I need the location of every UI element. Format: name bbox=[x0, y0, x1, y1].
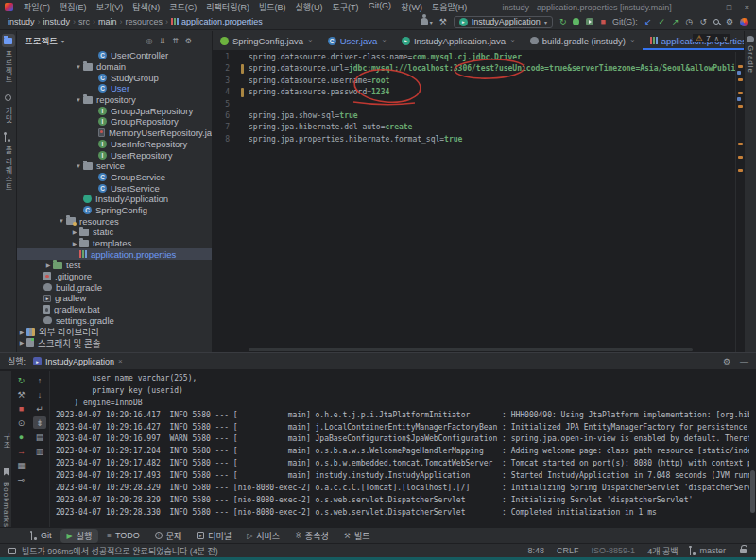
expand-all-icon[interactable]: ⇊ bbox=[159, 37, 165, 45]
tree-item-gitignore[interactable]: .gitignore bbox=[17, 271, 212, 282]
clear-console-icon[interactable]: ▥ bbox=[33, 445, 46, 457]
tree-item-userinforepository[interactable]: IUserInfoRepository bbox=[17, 139, 212, 150]
chevron-down-icon[interactable]: ▾ bbox=[61, 38, 64, 44]
console-scrollbar[interactable] bbox=[749, 371, 756, 527]
tree-item-studygroup[interactable]: CStudyGroup bbox=[17, 72, 212, 83]
menu-item-도움말-h[interactable]: 도움말(H) bbox=[427, 1, 472, 13]
tab-instudyapplication-java[interactable]: ▸InstudyApplication.java× bbox=[394, 31, 523, 50]
layout-icon[interactable]: ▦ bbox=[15, 459, 28, 471]
profile-icon[interactable] bbox=[740, 18, 748, 26]
breadcrumb-item-main[interactable]: main bbox=[98, 17, 117, 26]
toolwindow-button-서비스[interactable]: ▷서비스 bbox=[240, 529, 286, 543]
tree-item-스크래치-및-콘솔[interactable]: ▶스크래치 및 콘솔 bbox=[17, 337, 212, 348]
menu-item-보기-v[interactable]: 보기(V) bbox=[92, 1, 129, 13]
tree-item-springconfig[interactable]: CSpringConfig bbox=[17, 205, 212, 216]
chevron-right-icon[interactable]: ▶ bbox=[70, 240, 79, 246]
coverage-icon[interactable]: ● bbox=[15, 431, 28, 443]
horizontal-scrollbar[interactable] bbox=[249, 348, 693, 351]
down-stacktrace-icon[interactable]: ↓ bbox=[33, 388, 46, 400]
status-message[interactable]: 빌드가 996ms에서 성공적으로 완료되었습니다 (4분 전) bbox=[22, 545, 218, 557]
tree-item-build-gradle[interactable]: build.gradle bbox=[17, 281, 212, 293]
history-button[interactable]: ◷ bbox=[686, 17, 694, 26]
chevron-right-icon[interactable]: ▶ bbox=[17, 339, 26, 346]
menu-item-탐색-n[interactable]: 탐색(N) bbox=[128, 1, 164, 13]
tab-user-java[interactable]: CUser.java× bbox=[320, 31, 394, 50]
exit-icon[interactable]: → bbox=[15, 445, 28, 457]
settings-wrench-icon[interactable]: ⚒ bbox=[15, 388, 28, 400]
menu-item-git-g[interactable]: Git(G) bbox=[364, 1, 397, 13]
stop-button[interactable]: ■ bbox=[600, 17, 605, 26]
stop-button[interactable]: ■ bbox=[15, 402, 28, 415]
tree-item-domain[interactable]: ▼domain bbox=[17, 61, 212, 73]
tree-item-userservice[interactable]: CUserService bbox=[17, 182, 212, 194]
tree-item-application-properties[interactable]: application.properties bbox=[17, 248, 212, 260]
breadcrumb-item-resources[interactable]: resources bbox=[126, 17, 163, 26]
debug-button[interactable] bbox=[573, 18, 579, 25]
tree-item-groupjparepository[interactable]: IGroupJpaRepository bbox=[17, 105, 212, 116]
panel-settings-gear-icon[interactable]: ⚙ bbox=[185, 37, 192, 45]
tree-item-userrepository[interactable]: IUserRepository bbox=[17, 149, 212, 161]
menu-item-코드-c[interactable]: 코드(C) bbox=[164, 1, 201, 13]
minimize-button[interactable]: — bbox=[702, 3, 720, 12]
breadcrumb-item-instudy[interactable]: instudy bbox=[8, 17, 35, 26]
close-icon[interactable]: × bbox=[118, 357, 123, 365]
menu-item-리팩터링-r[interactable]: 리팩터링(R) bbox=[201, 1, 254, 13]
git-update-button[interactable]: ↙ bbox=[644, 17, 652, 26]
rollback-button[interactable]: ↺ bbox=[699, 17, 707, 26]
close-icon[interactable]: × bbox=[630, 37, 635, 45]
toolwindow-button-실행[interactable]: ▶실행 bbox=[60, 529, 99, 543]
settings-gear-icon[interactable]: ⚙ bbox=[726, 17, 733, 26]
toolwindow-button-빌드[interactable]: ⚒빌드 bbox=[337, 529, 377, 543]
rerun-button[interactable]: ↻ bbox=[15, 374, 28, 386]
tab-springconfig-java[interactable]: SpringConfig.java× bbox=[213, 31, 320, 50]
tree-item-grouprepository[interactable]: IGroupRepository bbox=[17, 116, 212, 127]
soft-wrap-icon[interactable]: ↵ bbox=[33, 402, 46, 415]
up-stacktrace-icon[interactable]: ↑ bbox=[33, 374, 46, 386]
inspection-widget[interactable]: ⚠ 7 ∧ ∨ bbox=[693, 34, 730, 42]
run-console[interactable]: user_name varchar(255), primary key (use… bbox=[50, 371, 749, 527]
indent-setting[interactable]: 4개 공백 bbox=[647, 545, 678, 557]
menu-item-창-w[interactable]: 창(W) bbox=[396, 1, 427, 13]
tree-item-templates[interactable]: ▶templates bbox=[17, 238, 212, 249]
scroll-to-end-icon[interactable]: ⇟ bbox=[33, 416, 46, 429]
menu-item-도구-t[interactable]: 도구(T) bbox=[328, 1, 364, 13]
event-log-icon[interactable] bbox=[8, 548, 16, 554]
line-separator[interactable]: CRLF bbox=[557, 546, 579, 555]
run-panel-settings-gear-icon[interactable]: ⚙ bbox=[723, 357, 730, 366]
close-button[interactable]: × bbox=[738, 3, 756, 12]
menu-item-실행-u[interactable]: 실행(U) bbox=[291, 1, 328, 13]
menu-item-편집-e[interactable]: 편집(E) bbox=[55, 1, 92, 13]
run-with-coverage-button[interactable] bbox=[586, 18, 593, 25]
next-problem-icon[interactable]: ∨ bbox=[723, 35, 728, 42]
toolwindow-button-todo[interactable]: ≡TODO bbox=[100, 530, 146, 541]
locate-file-icon[interactable]: ◎ bbox=[146, 37, 152, 45]
run-configuration-select[interactable]: ▸ InstudyApplication ▾ bbox=[454, 16, 553, 28]
chevron-right-icon[interactable]: ▶ bbox=[70, 229, 79, 235]
tree-item-repository[interactable]: ▼repository bbox=[17, 94, 212, 106]
prev-problem-icon[interactable]: ∧ bbox=[714, 35, 719, 42]
tree-item-user[interactable]: CUser bbox=[17, 83, 212, 94]
search-everywhere-button[interactable] bbox=[713, 19, 719, 25]
stripe-item-gradle[interactable]: Gradle bbox=[747, 36, 755, 74]
build-hammer-icon[interactable]: ⚒ bbox=[439, 17, 447, 26]
breadcrumb-item-instudy[interactable]: instudy bbox=[43, 17, 71, 26]
stripe-item-풀-리퀘스트[interactable]: 풀 리퀘스트 bbox=[2, 130, 15, 192]
tree-item-groupservice[interactable]: CGroupService bbox=[17, 172, 212, 183]
tree-item-usercontroller[interactable]: CUserController bbox=[17, 50, 212, 61]
git-branch-widget[interactable]: master bbox=[690, 546, 726, 555]
maximize-button[interactable]: □ bbox=[720, 3, 738, 12]
close-icon[interactable]: × bbox=[308, 37, 313, 45]
close-icon[interactable]: × bbox=[382, 37, 387, 45]
scrollbar-thumb[interactable] bbox=[750, 470, 755, 513]
close-icon[interactable]: × bbox=[510, 37, 515, 45]
tree-item-instudyapplication[interactable]: InstudyApplication bbox=[17, 194, 212, 205]
chevron-down-icon[interactable]: ▼ bbox=[57, 218, 66, 224]
print-icon[interactable]: ▤ bbox=[33, 431, 46, 443]
toolwindow-button-종속성[interactable]: ※종속성 bbox=[288, 529, 335, 543]
toolwindow-button-터미널[interactable]: ▸터미널 bbox=[190, 529, 238, 543]
stripe-item-bookmarks[interactable]: Bookmarks bbox=[0, 466, 12, 528]
pin-icon[interactable]: ⊸ bbox=[15, 473, 28, 485]
breadcrumb-item-src[interactable]: src bbox=[78, 17, 90, 26]
tree-item-service[interactable]: ▼service bbox=[17, 161, 212, 172]
stripe-item-커밋[interactable]: 커밋 bbox=[2, 91, 15, 124]
